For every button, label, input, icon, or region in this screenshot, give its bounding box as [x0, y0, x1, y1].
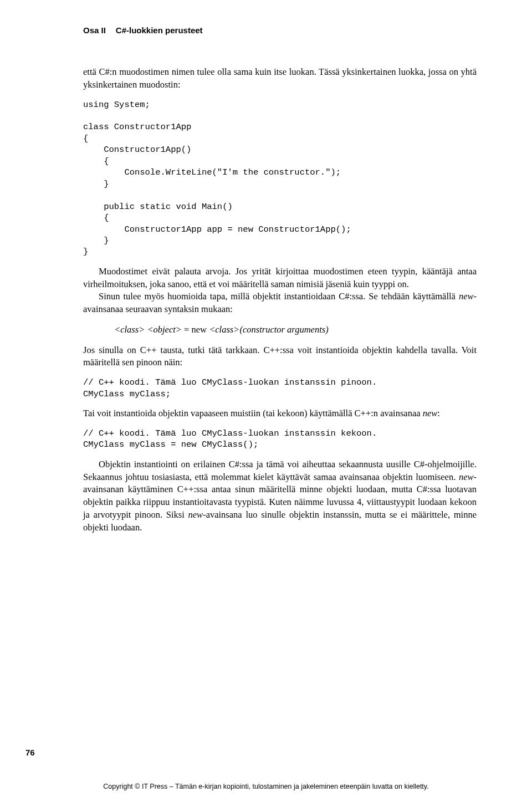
paragraph-4: Jos sinulla on C++ tausta, tutki tätä ta… — [83, 344, 477, 370]
syntax-part-3: <class>(constructor arguments) — [209, 324, 329, 335]
header-title: C#-luokkien perusteet — [116, 25, 203, 35]
page-header: Osa IIC#-luokkien perusteet — [83, 25, 477, 35]
code-block-3: // C++ koodi. Tämä luo CMyClass-luokan i… — [83, 428, 477, 451]
paragraph-6a: Objektin instantiointi on erilainen C#:s… — [83, 459, 477, 482]
copyright-footer: Copyright © IT Press – Tämän e-kirjan ko… — [0, 783, 532, 790]
paragraph-1: että C#:n muodostimen nimen tulee olla s… — [83, 66, 477, 91]
paragraph-6: Objektin instantiointi on erilainen C#:s… — [83, 458, 477, 534]
keyword-new-1: new — [459, 291, 474, 302]
paragraph-2: Muodostimet eivät palauta arvoja. Jos yr… — [83, 265, 477, 291]
page-number: 76 — [25, 748, 35, 757]
keyword-new-3: new — [459, 472, 474, 482]
keyword-new-2: new — [423, 408, 438, 418]
keyword-new-4: new — [188, 509, 203, 520]
paragraph-5c: : — [437, 408, 440, 418]
paragraph-3: Sinun tulee myös huomioida tapa, millä o… — [83, 290, 477, 316]
syntax-part-2: = new — [182, 324, 209, 335]
header-part: Osa II — [83, 25, 106, 35]
paragraph-5a: Tai voit instantioida objektin vapaaseen… — [83, 408, 423, 418]
code-block-2: // C++ koodi. Tämä luo CMyClass-luokan i… — [83, 377, 477, 400]
paragraph-3a: Sinun tulee myös huomioida tapa, millä o… — [99, 291, 459, 302]
paragraph-5: Tai voit instantioida objektin vapaaseen… — [83, 407, 477, 420]
syntax-line: <class> <object> = new <class>(construct… — [114, 324, 477, 336]
syntax-part-1: <class> <object> — [114, 324, 182, 335]
code-block-1: using System; class Constructor1App { Co… — [83, 99, 477, 258]
